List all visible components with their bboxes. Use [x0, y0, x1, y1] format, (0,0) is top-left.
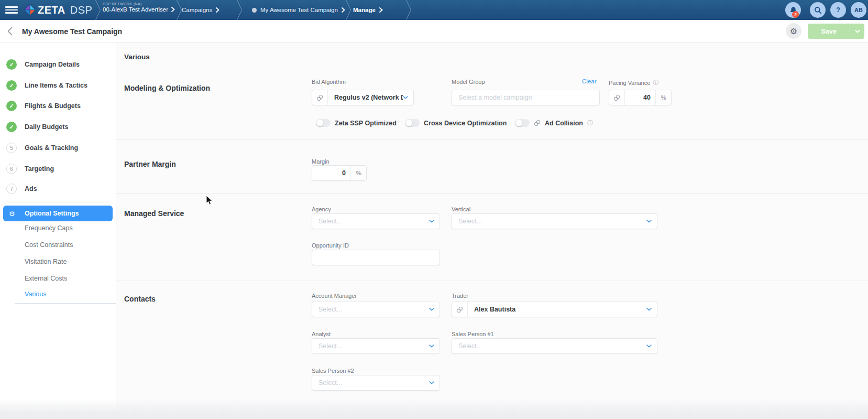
check-circle-icon: ✓	[6, 59, 17, 70]
back-button[interactable]	[7, 27, 13, 36]
brand-zeta: ZETA	[38, 4, 65, 16]
sidebar-item-goals-tracking[interactable]: 5 Goals & Tracking	[0, 142, 116, 154]
zeta-logo-icon	[23, 3, 37, 17]
breadcrumb-campaigns[interactable]: Campaigns	[182, 0, 219, 20]
advertiser-name: 00-AlexB Test Advertiser	[103, 6, 168, 13]
search-button[interactable]	[810, 2, 826, 18]
cross-device-optimization-toggle-row: Cross Device Optimization	[405, 119, 507, 127]
sidebar-item-campaign-details[interactable]: ✓ Campaign Details	[0, 58, 116, 71]
zeta-ssp-optimized-toggle-row: Zeta SSP Optimized	[316, 119, 397, 127]
info-icon: ⓘ	[587, 119, 593, 127]
margin-value: 0	[312, 169, 350, 177]
chevron-down-icon	[646, 345, 652, 348]
bid-algorithm-value: Regulus v2 (Network Default...	[328, 94, 403, 101]
network-label: DSP NETWORK (NA)	[103, 2, 175, 6]
breadcrumb-advertiser[interactable]: DSP NETWORK (NA) 00-AlexB Test Advertise…	[103, 2, 175, 13]
save-dropdown-toggle[interactable]	[850, 24, 864, 39]
opportunity-id-input[interactable]	[312, 250, 440, 265]
top-navbar: ZETA DSP DSP NETWORK (NA) 00-AlexB Test …	[0, 0, 868, 20]
breadcrumb-separator	[237, 0, 243, 20]
save-button[interactable]: Save	[808, 24, 864, 39]
trader-label: Trader	[452, 293, 468, 299]
chevron-down-icon	[429, 308, 434, 311]
sidebar-item-cost-constraints[interactable]: Cost Constraints	[25, 241, 73, 250]
vertical-label: Vertical	[452, 206, 470, 212]
campaign-title: My Awesome Test Campaign	[22, 20, 122, 42]
sidebar-item-ads[interactable]: 7 Ads	[0, 182, 116, 195]
campaign-name-label: My Awesome Test Campaign	[260, 7, 338, 13]
model-group-label: Model Group	[452, 79, 485, 85]
link-icon	[534, 120, 541, 126]
bid-algorithm-select[interactable]: Regulus v2 (Network Default...	[312, 90, 414, 105]
chevron-right-icon	[171, 7, 175, 12]
notification-badge: 2	[792, 11, 799, 18]
chevron-right-icon	[342, 7, 345, 13]
link-icon	[609, 90, 625, 105]
link-icon	[312, 90, 328, 105]
breadcrumb-manage[interactable]: Manage	[353, 0, 383, 20]
account-manager-label: Account Manager	[312, 293, 357, 299]
pacing-variance-label: Pacing Variance ⓘ	[609, 79, 658, 87]
model-group-input[interactable]: Select a model campaign	[452, 90, 600, 105]
avatar[interactable]: AB	[851, 2, 866, 18]
sales-person-1-select[interactable]: Select...	[452, 338, 657, 354]
margin-label: Margin	[312, 158, 329, 165]
toggle-knob	[515, 120, 522, 126]
analyst-label: Analyst	[312, 331, 331, 337]
agency-select[interactable]: Select...	[312, 213, 440, 229]
sidebar-item-external-costs[interactable]: External Costs	[25, 275, 67, 283]
brand-wordmark[interactable]: ZETA DSP	[38, 0, 92, 20]
pacing-variance-input[interactable]: 40 %	[609, 90, 672, 105]
sidebar-divider	[3, 202, 113, 202]
sales-person-1-label: Sales Person #1	[452, 331, 494, 337]
chevron-down-icon	[429, 345, 434, 348]
cross-device-optimization-toggle[interactable]	[405, 119, 420, 127]
help-button[interactable]: ?	[830, 2, 846, 18]
sidebar-item-various[interactable]: Various	[25, 291, 46, 299]
breadcrumb-separator	[406, 0, 412, 20]
sales-person-2-select[interactable]: Select...	[312, 375, 440, 391]
margin-unit: %	[350, 166, 366, 180]
trader-select[interactable]: Alex Bautista	[452, 302, 657, 317]
analyst-select[interactable]: Select...	[312, 338, 440, 354]
link-icon	[452, 302, 468, 317]
model-group-placeholder: Select a model campaign	[452, 94, 599, 101]
vertical-select[interactable]: Select...	[452, 213, 657, 229]
active-subitem-underline	[15, 303, 116, 304]
chevron-down-icon	[646, 308, 652, 311]
sidebar-item-visitation-rate[interactable]: Visitation Rate	[25, 258, 67, 266]
sidebar-item-optional-settings[interactable]: ⚙ Optional Settings	[3, 206, 113, 221]
analyst-placeholder: Select...	[312, 342, 429, 350]
main-content: Various Modeling & Optimization Bid Algo…	[116, 42, 868, 419]
step-number-icon: 7	[6, 184, 17, 194]
section-title-modeling: Modeling & Optimization	[124, 84, 210, 92]
search-icon	[814, 6, 822, 14]
settings-button[interactable]: ⚙	[786, 23, 801, 39]
hamburger-menu-icon[interactable]	[5, 6, 18, 14]
sidebar-item-targeting[interactable]: 6 Targeting	[0, 163, 116, 175]
sidebar-item-frequency-caps[interactable]: Frequency Caps	[25, 224, 73, 233]
ad-collision-label: Ad Collision	[545, 120, 583, 127]
sidebar-item-daily-budgets[interactable]: ✓ Daily Budgets	[0, 121, 116, 133]
sidebar-item-flights-budgets[interactable]: ✓ Flights & Budgets	[0, 100, 116, 112]
cross-device-optimization-label: Cross Device Optimization	[424, 120, 507, 127]
model-group-clear-link[interactable]: Clear	[582, 78, 596, 84]
toggle-knob	[405, 120, 412, 126]
chevron-down-icon	[855, 30, 860, 33]
zeta-ssp-optimized-toggle[interactable]	[316, 119, 331, 127]
page-heading: Various	[124, 53, 150, 61]
opportunity-id-label: Opportunity ID	[312, 242, 349, 249]
chevron-down-icon	[646, 220, 652, 223]
breadcrumb-separator	[346, 0, 351, 20]
chevron-right-icon	[379, 7, 383, 13]
breadcrumb-campaign[interactable]: My Awesome Test Campaign	[252, 0, 345, 20]
manage-label: Manage	[353, 7, 376, 13]
sidebar-item-line-items-tactics[interactable]: ✓ Line Items & Tactics	[0, 79, 116, 92]
breadcrumb-separator	[95, 0, 101, 20]
chevron-right-icon	[216, 7, 219, 13]
account-manager-select[interactable]: Select...	[312, 302, 440, 317]
step-number-icon: 5	[6, 143, 17, 153]
gear-icon: ⚙	[9, 206, 15, 221]
ad-collision-toggle[interactable]	[515, 119, 530, 127]
margin-input[interactable]: 0 %	[312, 165, 367, 181]
